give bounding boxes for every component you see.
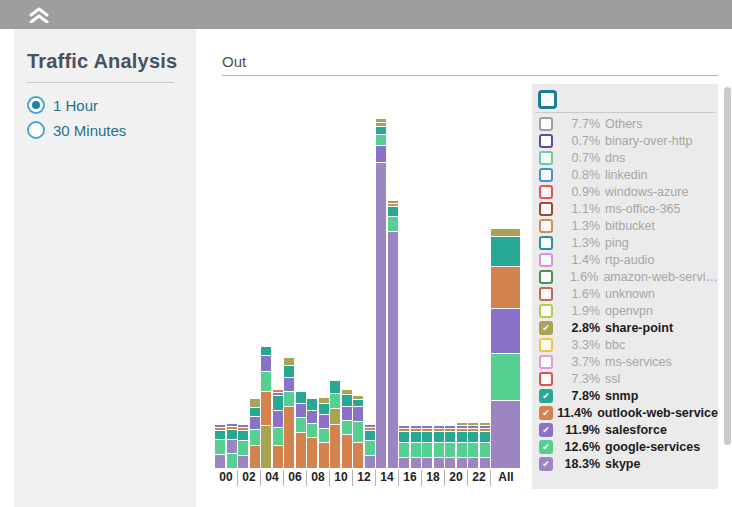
segment-salesforce[interactable] [273,411,283,427]
legend-row-Others[interactable]: 7.7%Others [532,115,718,132]
bar-11[interactable] [342,389,352,468]
segment-salesforce[interactable] [250,417,260,429]
segment-outlook-web-service[interactable] [238,428,248,430]
legend-checkbox-linkedin[interactable] [539,168,553,182]
legend-row-google-services[interactable]: ✔12.6%google-services [532,438,718,455]
legend-row-linkedin[interactable]: 0.8%linkedin [532,166,718,183]
segment-outlook-web-service[interactable] [445,429,455,431]
segment-google-services[interactable] [330,394,340,408]
segment-salesforce[interactable] [480,426,490,428]
segment-outlook-web-service[interactable] [261,392,271,425]
bar-20[interactable] [445,425,455,468]
segment-snmp[interactable] [457,432,467,442]
segment-salesforce[interactable] [238,425,248,427]
segment-outlook-web-service[interactable] [273,446,283,468]
segment-google-services[interactable] [388,217,398,231]
segment-google-services[interactable] [296,418,306,432]
bar-19[interactable] [434,425,444,468]
bar-18[interactable] [422,425,432,468]
segment-snmp[interactable] [434,432,444,442]
segment-outlook-web-service[interactable] [468,429,478,431]
segment-salesforce[interactable] [365,425,375,427]
segment-snmp[interactable] [491,237,520,266]
segment-skype[interactable] [215,455,225,468]
segment-share-point[interactable] [284,358,294,365]
bar-14[interactable] [376,118,386,468]
segment-salesforce[interactable] [261,356,271,371]
bar-15[interactable] [388,200,398,468]
segment-salesforce[interactable] [307,411,317,423]
segment-salesforce[interactable] [319,415,329,428]
segment-outlook-web-service[interactable] [457,429,467,431]
segment-salesforce[interactable] [457,426,467,428]
segment-snmp[interactable] [238,431,248,440]
segment-skype[interactable] [468,458,478,468]
segment-snmp[interactable] [388,207,398,216]
segment-snmp[interactable] [365,431,375,440]
segment-snmp[interactable] [250,408,260,416]
bar-03[interactable] [250,398,260,468]
segment-snmp[interactable] [342,395,352,406]
segment-outlook-web-service[interactable] [307,438,317,468]
segment-snmp[interactable] [411,432,421,442]
legend-row-windows-azure[interactable]: 0.9%windows-azure [532,183,718,200]
segment-google-services[interactable] [376,135,386,145]
legend-checkbox-dns[interactable] [539,151,553,165]
bar-13[interactable] [365,424,375,468]
segment-outlook-web-service[interactable] [434,429,444,431]
segment-share-point[interactable] [250,399,260,407]
segment-snmp[interactable] [399,432,409,442]
legend-checkbox-amazon-web-servi[interactable] [539,270,553,284]
segment-salesforce[interactable] [399,426,409,428]
segment-snmp[interactable] [319,404,329,414]
segment-skype[interactable] [480,458,490,468]
legend-checkbox-windows-azure[interactable] [539,185,553,199]
segment-share-point[interactable] [376,123,386,126]
segment-share-point[interactable] [388,204,398,206]
segment-outlook-web-service[interactable] [296,433,306,468]
bar-06[interactable] [284,357,294,468]
segment-outlook-web-service[interactable] [491,267,520,308]
legend-row-unknown[interactable]: 1.6%unknown [532,285,718,302]
legend-row-outlook-web-service[interactable]: ✔11.4%outlook-web-service [532,404,718,421]
legend-checkbox-snmp[interactable]: ✔ [539,389,553,403]
legend-row-skype[interactable]: ✔18.3%skype [532,455,718,472]
segment-share-point[interactable] [261,426,271,468]
legend-row-share-point[interactable]: ✔2.8%share-point [532,319,718,336]
segment-skype[interactable] [422,458,432,468]
legend-row-amazon-web-servi[interactable]: 1.6%amazon-web-servi… [532,268,718,285]
segment-outlook-web-service[interactable] [480,429,490,431]
segment-share-point[interactable] [353,396,363,399]
bar-10[interactable] [330,380,340,468]
segment-share-point[interactable] [319,398,329,403]
bar-07[interactable] [296,391,306,468]
segment-salesforce[interactable] [411,426,421,428]
segment-skype[interactable] [411,458,421,468]
legend-checkbox-salesforce[interactable]: ✔ [539,423,553,437]
segment-skype[interactable] [491,401,520,468]
segment-salesforce[interactable] [353,407,363,421]
segment-outlook-web-service[interactable] [399,429,409,431]
bar-09[interactable] [319,397,329,468]
segment-outlook-web-service[interactable] [319,443,329,468]
segment-outlook-web-service[interactable] [250,446,260,468]
segment-salesforce[interactable] [215,425,225,427]
segment-salesforce[interactable] [445,426,455,428]
segment-snmp[interactable] [330,381,340,393]
segment-google-services[interactable] [399,443,409,457]
bar-All[interactable] [491,228,520,468]
segment-google-services[interactable] [491,354,520,400]
segment-snmp[interactable] [422,432,432,442]
segment-outlook-web-service[interactable] [284,407,294,468]
segment-google-services[interactable] [468,443,478,457]
legend-checkbox-ssl[interactable] [539,372,553,386]
bar-02[interactable] [238,424,248,468]
segment-salesforce[interactable] [273,393,283,395]
segment-google-services[interactable] [284,392,294,406]
bar-16[interactable] [399,425,409,468]
segment-salesforce[interactable] [422,426,432,428]
segment-snmp[interactable] [376,127,386,134]
segment-google-services[interactable] [307,424,317,437]
segment-skype[interactable] [457,458,467,468]
segment-google-services[interactable] [434,443,444,457]
